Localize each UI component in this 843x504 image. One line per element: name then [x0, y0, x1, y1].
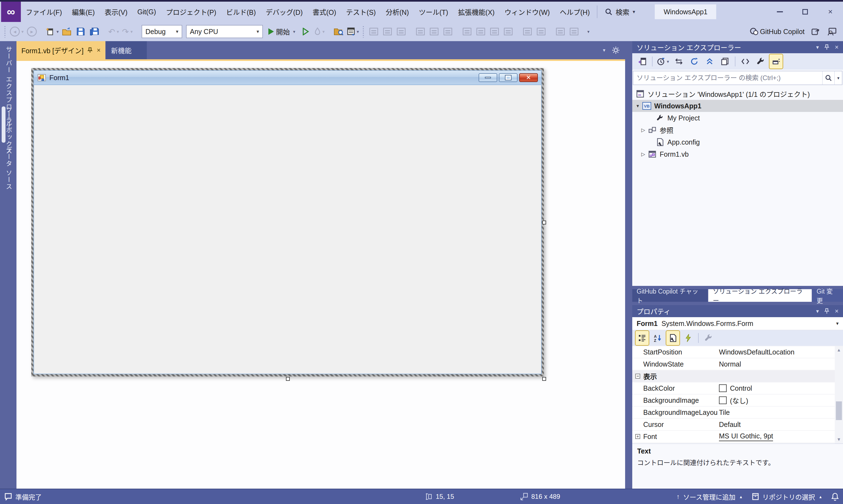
tab-github-copilot-chat[interactable]: GitHub Copilot チャット: [632, 289, 708, 302]
align-centers-button[interactable]: [381, 24, 394, 39]
tab-list-dropdown-icon[interactable]: ▾: [603, 47, 605, 53]
new-project-button[interactable]: ▾: [44, 24, 60, 39]
object-selector-dropdown[interactable]: Form1 System.Windows.Forms.Form ▾: [632, 317, 843, 330]
make-same-size-button[interactable]: [488, 24, 501, 39]
forms-designer-canvas[interactable]: Form1 ✕: [16, 61, 625, 489]
close-panel-icon[interactable]: ×: [835, 43, 839, 51]
properties-scrollbar[interactable]: ▲ ▼: [835, 346, 843, 443]
tree-item-project-windowsapp1[interactable]: ▾ VB WindowsApp1: [632, 100, 843, 112]
collapsed-arrow-icon[interactable]: ▷: [640, 127, 647, 133]
designed-form-client-area[interactable]: [34, 85, 541, 374]
notifications-bell-icon[interactable]: [831, 492, 839, 501]
pin-icon[interactable]: [824, 308, 829, 314]
menu-test[interactable]: テスト(S): [341, 2, 381, 22]
tree-item-references[interactable]: ▷ 参照: [632, 124, 843, 136]
menu-git[interactable]: Git(G): [132, 2, 161, 22]
alphabetical-sort-button[interactable]: A Z: [651, 331, 664, 345]
search-button[interactable]: 検索 ▾: [599, 2, 641, 22]
form-maximize-button[interactable]: [499, 73, 518, 82]
menu-edit[interactable]: 編集(E): [67, 2, 100, 22]
close-panel-icon[interactable]: ×: [835, 307, 839, 315]
collapsed-arrow-icon[interactable]: ▷: [640, 151, 647, 157]
feedback-bubble-icon[interactable]: [4, 493, 12, 500]
collapse-category-icon[interactable]: −: [635, 374, 640, 379]
toolbar-grip[interactable]: [4, 25, 6, 38]
hot-reload-button[interactable]: ▾: [313, 24, 326, 39]
open-file-button[interactable]: [60, 24, 74, 39]
align-tops-button[interactable]: [414, 24, 427, 39]
scroll-up-icon[interactable]: ▲: [837, 346, 841, 354]
tree-item-form1-vb[interactable]: ▷ Form1.vb: [632, 148, 843, 160]
menu-build[interactable]: ビルド(B): [221, 2, 261, 22]
tab-whats-new[interactable]: 新機能: [106, 41, 147, 59]
resize-handle-bottom[interactable]: [286, 377, 290, 381]
property-row-backcolor[interactable]: BackColor Control: [632, 382, 843, 395]
menu-format[interactable]: 書式(O): [308, 2, 341, 22]
property-row-cursor[interactable]: Cursor Default: [632, 419, 843, 431]
collapse-all-button[interactable]: [703, 54, 716, 69]
property-category-display[interactable]: − 表示: [632, 371, 843, 382]
pending-changes-filter-button[interactable]: ▾: [656, 54, 670, 69]
menu-window[interactable]: ウィンドウ(W): [499, 2, 555, 22]
live-share-button[interactable]: [809, 24, 822, 39]
menu-extensions[interactable]: 拡張機能(X): [453, 2, 499, 22]
expanded-arrow-icon[interactable]: ▾: [634, 103, 641, 109]
make-same-height-button[interactable]: [474, 24, 487, 39]
events-button[interactable]: [682, 331, 695, 345]
solution-search-input[interactable]: [633, 74, 822, 82]
preview-selected-items-toggle[interactable]: [769, 54, 783, 69]
size-to-grid-button[interactable]: [502, 24, 515, 39]
refresh-button[interactable]: [688, 54, 701, 69]
select-repository-button[interactable]: リポジトリの選択 ▴: [752, 492, 822, 502]
horizontal-spacing-button[interactable]: [521, 24, 534, 39]
property-row-backgroundimage[interactable]: BackgroundImage (なし): [632, 395, 843, 407]
expand-property-icon[interactable]: +: [635, 434, 640, 439]
navigate-back-button[interactable]: ◂▾: [9, 24, 25, 39]
align-lefts-button[interactable]: [367, 24, 380, 39]
menu-project[interactable]: プロジェクト(P): [161, 2, 221, 22]
send-to-back-button[interactable]: [568, 24, 581, 39]
scroll-thumb[interactable]: [836, 401, 842, 420]
add-to-source-control-button[interactable]: ↑ ソース管理に追加 ▴: [677, 492, 742, 502]
tree-item-my-project[interactable]: My Project: [632, 112, 843, 124]
menu-analyze[interactable]: 分析(N): [381, 2, 414, 22]
scroll-down-icon[interactable]: ▼: [837, 436, 841, 443]
sync-with-active-document-button[interactable]: [672, 54, 685, 69]
form-minimize-button[interactable]: [479, 73, 497, 82]
tree-item-app-config[interactable]: App.config: [632, 136, 843, 148]
close-tab-icon[interactable]: ×: [96, 47, 101, 54]
tab-data-sources[interactable]: データ ソース: [4, 146, 13, 190]
vertical-spacing-button[interactable]: [535, 24, 548, 39]
minimize-button[interactable]: [767, 2, 792, 22]
pin-icon[interactable]: [87, 47, 93, 53]
document-outline-button[interactable]: ▾: [346, 24, 360, 39]
align-rights-button[interactable]: [395, 24, 408, 39]
resize-handle-bottom-right[interactable]: [542, 377, 546, 381]
window-position-dropdown-icon[interactable]: ▾: [816, 44, 819, 51]
save-all-button[interactable]: [88, 24, 101, 39]
document-options-gear-icon[interactable]: [612, 47, 620, 54]
tree-item-solution[interactable]: ∞ ソリューション 'WindowsApp1' (1/1 のプロジェクト): [632, 88, 843, 100]
designed-form-titlebar[interactable]: Form1 ✕: [34, 71, 541, 85]
properties-header[interactable]: プロパティ ▾ ×: [632, 305, 843, 317]
properties-window-button[interactable]: [718, 54, 732, 69]
menu-tools[interactable]: ツール(T): [414, 2, 453, 22]
maximize-button[interactable]: [792, 2, 818, 22]
feedback-button[interactable]: [825, 24, 839, 39]
tab-form1-designer[interactable]: Form1.vb [デザイン] ×: [16, 41, 105, 59]
property-wrench-button[interactable]: [702, 331, 715, 345]
toolbar-overflow-button[interactable]: ▾: [581, 24, 594, 39]
make-same-width-button[interactable]: [461, 24, 474, 39]
github-copilot-button[interactable]: GitHub Copilot: [748, 24, 806, 39]
resize-handle-right[interactable]: [542, 221, 546, 224]
menu-debug[interactable]: デバッグ(D): [261, 2, 308, 22]
align-middles-button[interactable]: [428, 24, 441, 39]
solution-platform-dropdown[interactable]: Any CPU ▾: [186, 25, 263, 38]
solution-explorer-header[interactable]: ソリューション エクスプローラー ▾ ×: [632, 41, 843, 53]
pin-icon[interactable]: [824, 44, 829, 50]
property-row-startposition[interactable]: StartPosition WindowsDefaultLocation: [632, 346, 843, 358]
align-bottoms-button[interactable]: [441, 24, 454, 39]
search-options-dropdown[interactable]: ▾: [834, 71, 842, 85]
undo-button[interactable]: ↶▾: [107, 24, 120, 39]
solution-configuration-dropdown[interactable]: Debug ▾: [142, 25, 182, 38]
